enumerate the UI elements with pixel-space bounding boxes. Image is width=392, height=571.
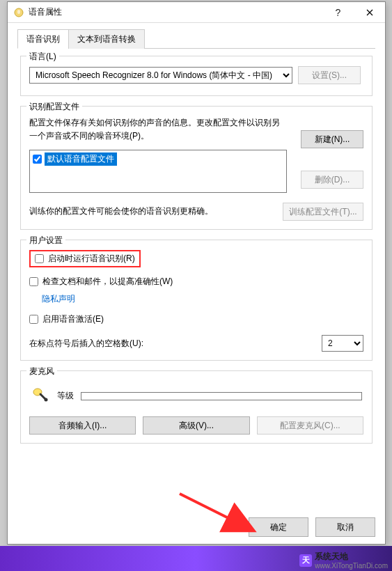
profile-item-checkbox[interactable]	[33, 155, 42, 164]
watermark-url: www.XiTongTianDi.com	[315, 563, 388, 570]
spaces-after-punct-label: 在标点符号后插入的空格数(U):	[29, 338, 143, 350]
cancel-button[interactable]: 取消	[315, 517, 375, 537]
run-at-startup-checkbox[interactable]	[35, 254, 44, 263]
svg-rect-1	[17, 10, 20, 14]
delete-profile-button: 删除(D)...	[301, 171, 363, 189]
tab-speech-recognition[interactable]: 语音识别	[17, 29, 69, 49]
svg-point-3	[45, 398, 48, 402]
dialog-content: 语音识别 文本到语音转换 语言(L) Microsoft Speech Reco…	[8, 23, 385, 488]
audio-input-button[interactable]: 音频输入(I)...	[29, 416, 136, 435]
group-title-user: 用户设置	[26, 235, 65, 247]
close-button[interactable]	[354, 2, 385, 23]
language-group: 语言(L) Microsoft Speech Recognizer 8.0 fo…	[20, 56, 373, 96]
profile-item-label: 默认语音配置文件	[45, 152, 117, 166]
spaces-after-punct-select[interactable]: 2	[322, 335, 363, 352]
profile-desc: 配置文件保存有关如何识别你的声音的信息。更改配置文件以识别另一个声音或不同的噪音…	[29, 116, 287, 143]
group-title-profile: 识别配置文件	[26, 101, 82, 113]
speech-properties-dialog: 语音属性 ? 语音识别 文本到语音转换 语言(L) Microsoft Spee…	[7, 1, 386, 545]
enable-activation-checkbox[interactable]	[29, 315, 38, 324]
title-bar[interactable]: 语音属性 ?	[8, 2, 385, 23]
help-button[interactable]: ?	[322, 2, 354, 23]
tab-strip: 语音识别 文本到语音转换	[17, 29, 375, 49]
enable-activation-label: 启用语音激活(E)	[42, 313, 104, 325]
settings-button: 设置(S)...	[298, 66, 361, 84]
train-profile-button: 训练配置文件(T)...	[283, 203, 363, 221]
app-icon	[13, 7, 24, 18]
microphone-group: 麦克风 等级 音频输入(I)... 高级(V)... 配置麦克风(C)...	[20, 370, 373, 444]
profile-group: 识别配置文件 配置文件保存有关如何识别你的声音的信息。更改配置文件以识别另一个声…	[20, 106, 373, 230]
dialog-footer: 确定 取消	[249, 517, 375, 537]
ok-button[interactable]: 确定	[249, 517, 308, 537]
privacy-link[interactable]: 隐私声明	[42, 293, 75, 305]
user-settings-group: 用户设置 启动时运行语音识别(R) 检查文档和邮件，以提高准确性(W) 隐私声明…	[20, 240, 373, 361]
run-at-startup-label: 启动时运行语音识别(R)	[48, 253, 135, 265]
configure-mic-button: 配置麦克风(C)...	[257, 416, 363, 435]
train-desc: 训练你的配置文件可能会使你的语音识别更精确。	[29, 205, 276, 218]
tab-text-to-speech[interactable]: 文本到语音转换	[68, 29, 145, 49]
window-title: 语音属性	[29, 6, 322, 18]
watermark: 天 系统天地 www.XiTongTianDi.com	[299, 551, 388, 570]
mic-level-meter	[81, 392, 362, 400]
new-profile-button[interactable]: 新建(N)...	[301, 130, 363, 148]
level-label: 等级	[57, 390, 74, 402]
group-title-language: 语言(L)	[26, 51, 59, 63]
microphone-icon	[31, 385, 50, 407]
watermark-text: 系统天地	[315, 552, 348, 561]
review-docs-checkbox[interactable]	[29, 277, 38, 286]
recognizer-select[interactable]: Microsoft Speech Recognizer 8.0 for Wind…	[29, 67, 292, 84]
advanced-button[interactable]: 高级(V)...	[143, 416, 249, 435]
review-docs-label: 检查文档和邮件，以提高准确性(W)	[42, 276, 173, 288]
highlight-annotation: 启动时运行语音识别(R)	[29, 250, 141, 267]
watermark-logo-icon: 天	[299, 554, 312, 567]
group-title-mic: 麦克风	[26, 366, 57, 377]
